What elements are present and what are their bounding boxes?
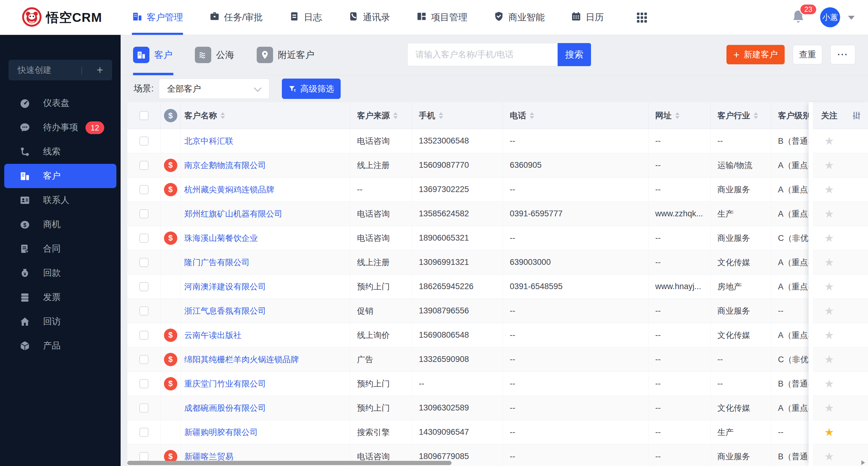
row-checkbox[interactable]	[140, 185, 149, 194]
customer-name-link[interactable]: 云南午读出版社	[184, 330, 242, 341]
sort-icon[interactable]	[754, 112, 758, 119]
follow-star-icon[interactable]: ★	[813, 305, 845, 316]
nav-item-business-intelligence[interactable]: 商业智能	[493, 0, 545, 35]
search-button[interactable]: 搜索	[558, 43, 591, 66]
select-all-checkbox[interactable]	[140, 111, 149, 120]
chat-bubble-icon	[20, 122, 30, 133]
follow-star-icon[interactable]: ★	[813, 257, 845, 268]
follow-star-icon[interactable]: ★	[813, 378, 845, 389]
row-checkbox[interactable]	[140, 404, 149, 413]
sidebar-item-opportunities[interactable]: $ 商机	[4, 212, 116, 237]
industry-cell: --	[711, 347, 771, 371]
notification-bell-icon[interactable]: 23	[792, 9, 805, 26]
sidebar-item-dashboard[interactable]: 仪表盘	[4, 91, 116, 115]
row-checkbox[interactable]	[140, 379, 149, 388]
customer-name-link[interactable]: 成都碗画股份有限公司	[184, 403, 266, 413]
customer-name-link[interactable]: 重庆堂门竹业有限公司	[184, 378, 266, 389]
top-navigation: 客户管理 任务/审批 日志 通讯录 项目管理 商业智能 日历	[132, 0, 604, 35]
row-checkbox[interactable]	[140, 428, 149, 437]
follow-star-icon[interactable]: ★	[813, 354, 845, 365]
plus-icon[interactable]: +	[97, 65, 103, 76]
follow-row: ★	[813, 177, 868, 202]
building-icon	[133, 47, 149, 63]
tab-customers[interactable]: 客户	[133, 35, 173, 75]
plus-icon: +	[734, 49, 740, 61]
sidebar-item-visits[interactable]: 回访	[4, 310, 116, 334]
sidebar-item-leads[interactable]: 线索	[4, 140, 116, 164]
customer-name-link[interactable]: 北京中科汇联	[184, 136, 234, 147]
follow-star-icon[interactable]: ★	[813, 233, 845, 243]
follow-star-icon[interactable]: ★	[813, 330, 845, 341]
tab-nearby-customers[interactable]: 附近客户	[257, 35, 314, 75]
nav-item-address-book[interactable]: 通讯录	[348, 0, 390, 35]
customer-name-link[interactable]: 浙江气息香氛有限公司	[184, 305, 266, 316]
row-checkbox[interactable]	[140, 161, 149, 170]
follow-star-icon[interactable]: ★	[813, 160, 845, 171]
sidebar-item-contracts[interactable]: 合同	[4, 237, 116, 261]
more-actions-button[interactable]: ···	[830, 45, 855, 64]
website-cell: --	[649, 323, 711, 347]
sidebar-item-contacts[interactable]: 联系人	[4, 188, 116, 212]
sort-icon[interactable]	[530, 112, 534, 119]
search-input[interactable]	[407, 43, 558, 66]
sidebar-item-todos[interactable]: 待办事项 12	[4, 115, 116, 140]
apps-grid-icon[interactable]	[635, 11, 649, 26]
customer-name-link[interactable]: 绵阳其纯栅栏羊肉火锅连锁品牌	[184, 354, 299, 365]
row-checkbox[interactable]	[140, 282, 149, 291]
chevron-down-icon[interactable]	[848, 16, 855, 20]
customer-name-link[interactable]: 杭州藏尖黄焖鸡连锁品牌	[184, 184, 274, 195]
follow-star-icon[interactable]: ★	[813, 403, 845, 413]
row-checkbox[interactable]	[140, 209, 149, 219]
building-icon	[20, 171, 30, 181]
row-checkbox[interactable]	[140, 452, 149, 461]
row-checkbox[interactable]	[140, 258, 149, 267]
new-customer-button[interactable]: + 新建客户	[726, 45, 785, 64]
column-settings-button[interactable]	[845, 111, 868, 121]
customer-name-link[interactable]: 郑州红旗矿山机器有限公司	[184, 208, 282, 220]
row-checkbox[interactable]	[140, 234, 149, 243]
sort-icon[interactable]	[675, 112, 680, 119]
check-duplicate-button[interactable]: 查重	[793, 45, 822, 64]
advanced-filter-button[interactable]: 高级筛选	[282, 79, 341, 99]
row-checkbox[interactable]	[140, 331, 149, 340]
tab-public-sea[interactable]: 公海	[195, 35, 234, 75]
follow-star-icon[interactable]: ★	[813, 184, 845, 195]
customer-name-link[interactable]: 南京企鹅物流有限公司	[184, 160, 266, 171]
nav-item-customer-management[interactable]: 客户管理	[132, 0, 183, 35]
follow-row: ★	[813, 299, 868, 323]
customer-name-link[interactable]: 隆门广告有限公司	[184, 257, 250, 268]
customer-name-link[interactable]: 珠海溪山菊餐饮企业	[184, 233, 258, 243]
scene-select[interactable]: 全部客户	[159, 79, 270, 99]
nav-item-calendar[interactable]: 日历	[571, 0, 604, 35]
nav-item-logs[interactable]: 日志	[289, 0, 322, 35]
follow-star-icon[interactable]: ★	[813, 427, 845, 438]
horizontal-scrollbar-thumb[interactable]	[127, 461, 452, 465]
sidebar-item-label: 仪表盘	[43, 97, 69, 109]
sidebar-item-payments[interactable]: ¥ 回款	[4, 261, 116, 285]
sidebar-item-products[interactable]: 产品	[4, 334, 116, 358]
sidebar-item-customers[interactable]: 客户	[4, 164, 116, 188]
sort-icon[interactable]	[393, 112, 398, 119]
row-checkbox[interactable]	[140, 355, 149, 364]
table-row: 隆门广告有限公司 线上注册 13096991321 639003000 -- 文…	[127, 250, 868, 274]
follow-star-icon[interactable]: ★	[813, 208, 845, 220]
follow-star-icon[interactable]: ★	[813, 136, 845, 147]
avatar[interactable]: 小蕙	[820, 7, 840, 27]
source-cell: 线上注册	[350, 250, 412, 274]
sort-icon[interactable]	[439, 112, 443, 119]
industry-cell: 房地产	[711, 274, 771, 298]
follow-star-icon[interactable]: ★	[813, 451, 845, 462]
follow-star-icon[interactable]: ★	[813, 281, 845, 292]
quick-create-button[interactable]: 快速创建 | +	[8, 60, 112, 80]
row-checkbox[interactable]	[140, 307, 149, 316]
row-checkbox[interactable]	[140, 137, 149, 146]
customer-name-link[interactable]: 新疆喀兰贸易	[184, 451, 234, 462]
scrollbar-right-arrow[interactable]	[861, 460, 865, 465]
sort-icon[interactable]	[221, 112, 225, 119]
sliders-icon	[851, 111, 862, 121]
customer-name-link[interactable]: 河南澳洋建设有限公司	[184, 281, 266, 292]
nav-item-project-management[interactable]: 项目管理	[416, 0, 467, 35]
sidebar-item-invoices[interactable]: 发票	[4, 285, 116, 310]
nav-item-tasks-approval[interactable]: 任务/审批	[209, 0, 263, 35]
customer-name-link[interactable]: 新疆购明胶有限公司	[184, 427, 258, 438]
